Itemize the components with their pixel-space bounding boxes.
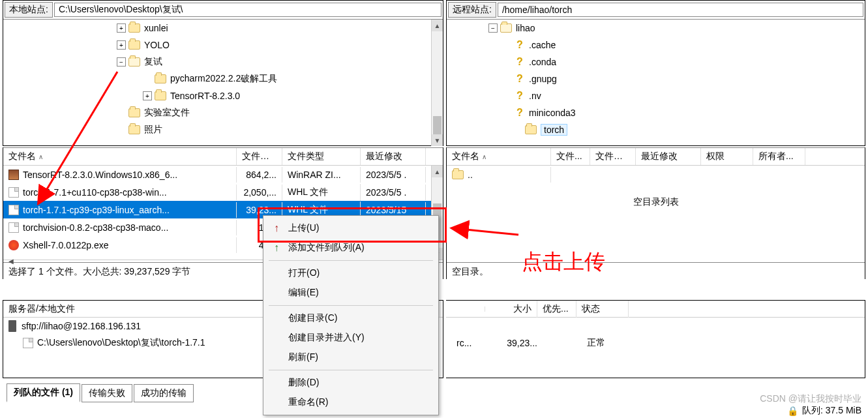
tree-label: pycharm2022.2.2破解工具 — [170, 73, 277, 85]
folder-open-icon — [500, 23, 512, 33]
tree-label: lihao — [516, 23, 535, 33]
remote-list-body: .. 空目录列表 — [447, 166, 865, 262]
tree-label: 复试 — [144, 56, 162, 68]
col-size[interactable]: 大小 — [485, 301, 537, 318]
tree-item-torch[interactable]: torch — [512, 121, 865, 138]
tree-item-nv[interactable]: ?.nv — [512, 87, 865, 104]
empty-dir-message: 空目录列表 — [447, 183, 865, 208]
expand-icon[interactable]: + — [117, 23, 126, 33]
menu-mkdir[interactable]: 创建目录(C) — [263, 308, 438, 328]
tree-item-conda[interactable]: ?.conda — [512, 53, 865, 70]
menu-separator — [269, 370, 433, 370]
col-name[interactable]: 文件名∧ — [447, 148, 551, 165]
question-icon: ? — [515, 90, 525, 102]
scroll-up-icon[interactable]: ▲ — [432, 166, 443, 177]
col-size[interactable]: 文件大... — [237, 148, 282, 165]
remote-file-list: 文件名∧ 文件... 文件类... 最近修改 权限 所有者... .. 空目录列… — [446, 147, 865, 279]
collapse-icon[interactable]: − — [488, 23, 498, 33]
col-dir[interactable] — [446, 306, 485, 312]
tree-label: 实验室文件 — [144, 107, 190, 119]
menu-delete[interactable]: 删除(D) — [263, 373, 438, 393]
watermark: CSDN @请让我按时毕业 — [760, 393, 861, 405]
tree-label: 照片 — [144, 124, 162, 136]
tree-item-miniconda[interactable]: ?miniconda3 — [512, 104, 865, 121]
file-row-tensorrt[interactable]: TensorRT-8.2.3.0.Windows10.x86_6... 864,… — [3, 166, 443, 183]
col-status[interactable]: 状态 — [576, 301, 629, 318]
bottom-tabs: 列队的文件 (1) 传输失败 成功的传输 — [7, 383, 195, 402]
folder-icon — [155, 74, 166, 83]
queue-detail-header: 大小 优先... 状态 — [446, 301, 865, 318]
scroll-up-icon[interactable]: ▲ — [432, 20, 443, 31]
tab-failed[interactable]: 传输失败 — [82, 384, 132, 402]
tree-item-photo[interactable]: 照片 — [114, 121, 443, 138]
server-icon — [8, 320, 16, 332]
remote-status: 空目录。 — [447, 262, 865, 280]
col-type[interactable]: 文件类型 — [282, 148, 361, 165]
remote-path-input[interactable] — [498, 3, 863, 17]
tree-item-yolo[interactable]: + YOLO — [114, 37, 443, 53]
col-perm[interactable]: 权限 — [701, 148, 753, 165]
tree-item-tensorrt[interactable]: + TensorRT-8.2.3.0 — [140, 87, 443, 104]
col-date[interactable]: 最近修改 — [636, 148, 701, 165]
menu-edit[interactable]: 编辑(E) — [263, 283, 438, 303]
lock-icon: 🔒 — [787, 406, 798, 416]
local-list-header: 文件名∧ 文件大... 文件类型 最近修改 — [3, 147, 443, 166]
tree-item-lab[interactable]: 实验室文件 — [114, 104, 443, 121]
menu-mkdir-enter[interactable]: 创建目录并进入(Y) — [263, 328, 438, 348]
menu-refresh[interactable]: 刷新(F) — [263, 348, 438, 367]
col-size[interactable]: 文件... — [551, 148, 590, 165]
local-site-label: 本地站点: — [5, 2, 53, 18]
upload-icon: ↑ — [270, 222, 283, 234]
file-row-torch171cu110[interactable]: torch-1.7.1+cu110-cp38-cp38-win... 2,050… — [3, 183, 443, 201]
expand-icon[interactable]: + — [117, 40, 126, 50]
queue-detail-panel: 大小 优先... 状态 rc... 39,23... 正常 — [446, 300, 865, 378]
tree-item-lihao[interactable]: − lihao — [486, 20, 865, 37]
collapse-icon[interactable]: − — [117, 57, 126, 67]
queue-empty-row — [446, 318, 865, 335]
tree-label: TensorRT-8.2.3.0 — [170, 91, 240, 101]
expand-icon[interactable]: + — [143, 91, 152, 100]
tree-item-pycharm[interactable]: pycharm2022.2.2破解工具 — [140, 70, 443, 87]
file-icon — [8, 205, 19, 215]
tree-item-gnupg[interactable]: ?.gnupg — [512, 70, 865, 87]
parent-dir-row[interactable]: .. — [447, 166, 865, 183]
tab-success[interactable]: 成功的传输 — [134, 384, 194, 402]
question-icon: ? — [515, 107, 525, 119]
scrollbar[interactable]: ▲ ▼ — [431, 20, 443, 146]
local-panel: 本地站点: + xunlei + YOLO − 复试 — [3, 0, 443, 146]
local-tree: + xunlei + YOLO − 复试 pycharm2022.2.2破解工具 — [3, 20, 443, 146]
file-icon — [8, 222, 19, 233]
menu-open[interactable]: 打开(O) — [263, 263, 438, 283]
folder-icon — [525, 125, 537, 134]
col-type[interactable]: 文件类... — [590, 148, 636, 165]
menu-rename[interactable]: 重命名(R) — [263, 393, 438, 412]
remote-path-bar: 远程站点: — [447, 1, 865, 20]
tree-item-fushi[interactable]: − 复试 — [114, 53, 443, 70]
scroll-down-icon[interactable]: ▼ — [432, 134, 443, 146]
queue-data-row[interactable]: rc... 39,23... 正常 — [446, 335, 865, 351]
remote-tree: − lihao ?.cache ?.conda ?.gnupg ?.nv ?mi… — [447, 20, 865, 146]
col-date[interactable]: 最近修改 — [361, 148, 426, 165]
local-path-input[interactable] — [54, 3, 441, 17]
folder-icon — [128, 23, 140, 33]
exe-icon — [8, 240, 19, 250]
file-icon — [8, 187, 19, 198]
tree-label: YOLO — [144, 40, 170, 50]
col-owner[interactable]: 所有者... — [753, 148, 805, 165]
rar-icon — [8, 170, 19, 180]
context-menu: ↑ 上传(U) ↑ 添加文件到队列(A) 打开(O) 编辑(E) 创建目录(C)… — [263, 215, 439, 415]
local-path-bar: 本地站点: — [3, 1, 443, 20]
folder-icon — [155, 91, 166, 100]
menu-upload[interactable]: ↑ 上传(U) — [263, 218, 438, 238]
scroll-thumb[interactable] — [433, 116, 441, 136]
menu-add-queue[interactable]: ↑ 添加文件到队列(A) — [263, 238, 438, 258]
tab-queued[interactable]: 列队的文件 (1) — [7, 383, 80, 402]
tree-item-cache[interactable]: ?.cache — [512, 37, 865, 53]
add-queue-icon: ↑ — [270, 242, 283, 254]
col-prio[interactable]: 优先... — [537, 301, 576, 318]
col-name[interactable]: 文件名∧ — [3, 148, 237, 165]
question-icon: ? — [515, 56, 525, 68]
folder-icon — [128, 108, 140, 117]
question-icon: ? — [515, 39, 525, 51]
tree-item-xunlei[interactable]: + xunlei — [114, 20, 443, 37]
